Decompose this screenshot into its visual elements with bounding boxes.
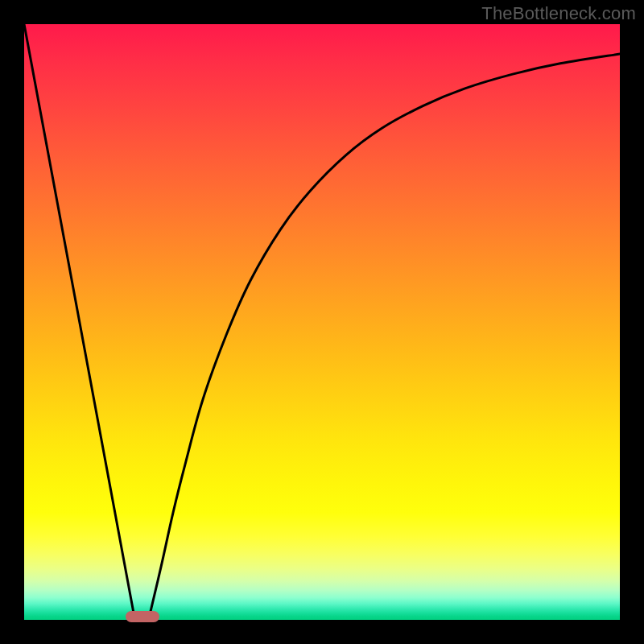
watermark-text: TheBottleneck.com xyxy=(481,3,636,24)
curve-layer xyxy=(24,24,620,620)
right-curve xyxy=(149,54,620,617)
left-slope-curve xyxy=(24,24,134,617)
bottleneck-marker xyxy=(126,611,159,622)
chart-frame: TheBottleneck.com xyxy=(0,0,644,644)
plot-area xyxy=(24,24,620,620)
